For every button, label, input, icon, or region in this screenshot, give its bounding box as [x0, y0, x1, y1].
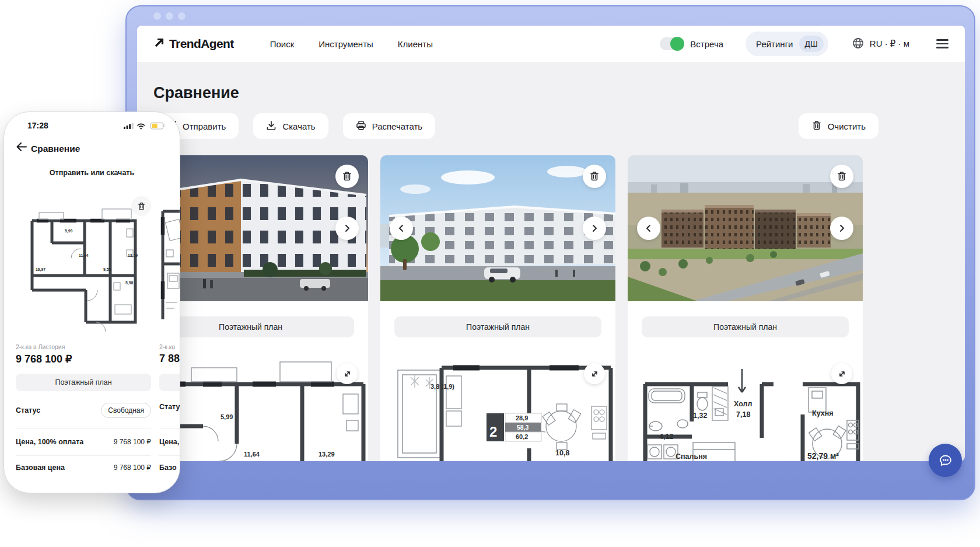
- phone-status-icons: [124, 122, 166, 133]
- plan-room-count: 2: [489, 424, 497, 440]
- floor-plan-button[interactable]: Поэтажный план: [394, 316, 601, 337]
- nav-link-tools[interactable]: Инструменты: [318, 39, 373, 49]
- locale-label: RU · ₽ · м: [870, 39, 909, 49]
- wifi-icon: [138, 124, 144, 129]
- floor-plan-button[interactable]: Поэтажный план: [642, 316, 849, 337]
- comparison-cards: Поэтажный план 5,99: [137, 155, 965, 461]
- toggle-knob: [670, 37, 684, 51]
- plan-area-top: 28,9: [516, 414, 528, 421]
- back-arrow-icon[interactable]: [16, 142, 27, 154]
- phone-floor-plan-button[interactable]: [159, 374, 180, 391]
- phone-mockup: 17:28 Сравнение Отправить или скачать: [4, 112, 180, 493]
- phone-plan-next-svg: [159, 194, 180, 339]
- send-button-label: Отправить: [183, 121, 226, 131]
- listing-price: 7 88: [159, 353, 180, 365]
- base-price-label: Базо: [159, 464, 177, 472]
- remove-card-button[interactable]: [335, 165, 359, 188]
- plan-dim: 5,99: [65, 229, 72, 234]
- expand-plan-button[interactable]: [584, 363, 605, 384]
- listing-card-2: Поэтажный план: [380, 155, 615, 461]
- next-photo-button[interactable]: [830, 217, 853, 240]
- plan-total-area: 52,79 м²: [807, 451, 839, 461]
- signal-icon: [124, 123, 134, 129]
- actions-toolbar: Отправить Скачать Распечатать Очистить: [153, 113, 949, 139]
- price-row: Цена, 100% оплата 9 768 100 ₽: [16, 438, 151, 446]
- download-button[interactable]: Скачать: [253, 113, 328, 139]
- status-row: Стату: [159, 403, 180, 411]
- meeting-toggle[interactable]: [660, 37, 683, 50]
- listing-type: 2-к.кв: [159, 343, 175, 350]
- phone-clock: 17:28: [27, 121, 48, 130]
- status-label: Стату: [159, 403, 180, 411]
- plan-hall-label: Холл: [734, 400, 752, 408]
- print-button[interactable]: Распечатать: [343, 113, 436, 139]
- top-navbar: TrendAgent Поиск Инструменты Клиенты Вст…: [137, 26, 965, 62]
- traffic-dot[interactable]: [166, 12, 173, 20]
- price-value: 9 768 100 ₽: [114, 438, 151, 446]
- trash-icon: [811, 120, 822, 133]
- plan-dim: 5,58: [125, 281, 133, 285]
- expand-plan-button[interactable]: [337, 363, 358, 384]
- phone-page-title: Сравнение: [31, 144, 80, 154]
- locale-switcher[interactable]: RU · ₽ · м: [852, 37, 909, 51]
- trend-arrow-icon: [153, 37, 165, 51]
- prev-photo-button[interactable]: [390, 217, 413, 240]
- plan-area-mid: 58,3: [517, 424, 529, 431]
- expand-plan-button[interactable]: [831, 363, 852, 384]
- listing-price: 9 768 100 ₽: [16, 353, 72, 365]
- phone-share-action[interactable]: Отправить или скачать: [4, 169, 180, 177]
- plan-kitchen-area: 10,8: [555, 449, 569, 457]
- chat-support-button[interactable]: [929, 444, 962, 477]
- brand-name: TrendAgent: [169, 37, 234, 51]
- traffic-dot[interactable]: [178, 12, 186, 20]
- plan-hall-area: 7,18: [736, 410, 750, 419]
- window-traffic-lights[interactable]: [153, 12, 186, 20]
- base-price-row: Базо: [159, 464, 180, 472]
- phone-remove-button[interactable]: [131, 196, 151, 216]
- clear-button-label: Очистить: [828, 121, 866, 131]
- phone-floor-plan-button[interactable]: Поэтажный план: [16, 374, 151, 391]
- remove-card-button[interactable]: [830, 165, 853, 188]
- ratings-button[interactable]: Рейтинги ДШ: [746, 32, 828, 56]
- base-price-value: 9 768 100 ₽: [114, 464, 151, 472]
- base-price-row: Базовая цена 9 768 100 ₽: [16, 464, 151, 472]
- plan-dim: 9,55: [103, 267, 111, 272]
- plan-area-bottom: 60,2: [516, 433, 528, 440]
- base-price-label: Базовая цена: [16, 464, 65, 472]
- menu-burger-icon[interactable]: [936, 39, 949, 48]
- status-badge: Свободная: [101, 403, 151, 418]
- plan-dim: 13,29: [318, 451, 335, 458]
- plan-wc-area: 1,32: [693, 412, 707, 420]
- price-row: Цена,: [159, 438, 180, 446]
- download-icon: [266, 120, 276, 133]
- apartment-plan-3: 4,12 1,32 Холл 7,18 Спальня Кухня 52,79 …: [628, 350, 863, 461]
- brand-logo[interactable]: TrendAgent: [153, 37, 234, 51]
- nav-link-clients[interactable]: Клиенты: [398, 39, 433, 49]
- next-photo-button[interactable]: [335, 217, 359, 240]
- building-photo-3: [628, 155, 863, 301]
- listing-card-3: Поэтажный план: [628, 155, 863, 461]
- download-button-label: Скачать: [282, 121, 315, 131]
- page-title: Сравнение: [153, 84, 239, 102]
- ratings-badge: ДШ: [799, 36, 824, 52]
- printer-icon: [356, 120, 366, 133]
- status-label: Статус: [16, 406, 40, 414]
- browser-window: TrendAgent Поиск Инструменты Клиенты Вст…: [125, 5, 975, 500]
- print-button-label: Распечатать: [372, 121, 423, 131]
- prev-photo-button[interactable]: [637, 217, 660, 240]
- traffic-dot[interactable]: [153, 12, 161, 20]
- clear-button[interactable]: Очистить: [799, 113, 878, 139]
- nav-links: Поиск Инструменты Клиенты: [270, 39, 433, 49]
- remove-card-button[interactable]: [583, 165, 606, 188]
- price-label: Цена, 100% оплата: [16, 438, 83, 446]
- listing-type: 2-к.кв в Листория: [16, 343, 65, 350]
- plan-balcony-area: 3,8 (1,9): [430, 383, 454, 390]
- plan-bath-area: 4,12: [659, 433, 673, 441]
- app-content: TrendAgent Поиск Инструменты Клиенты Вст…: [137, 26, 965, 461]
- nav-link-search[interactable]: Поиск: [270, 39, 295, 49]
- apartment-plan-2: 2 28,9 58,3 60,2: [380, 350, 615, 461]
- globe-icon: [852, 37, 864, 51]
- nav-right: Встреча Рейтинги ДШ RU · ₽ · м: [660, 32, 949, 56]
- plan-dim: 16,97: [36, 267, 46, 272]
- next-photo-button[interactable]: [583, 217, 606, 240]
